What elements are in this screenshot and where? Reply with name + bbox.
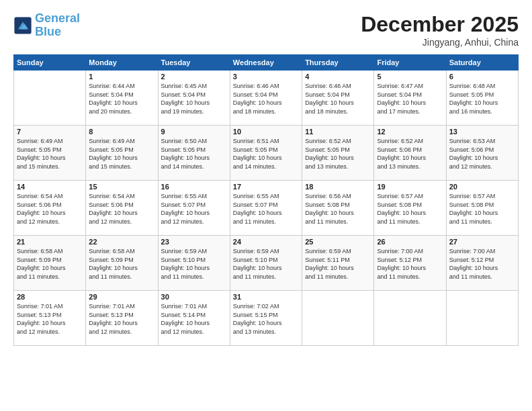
day-info: Sunrise: 6:56 AM Sunset: 5:08 PM Dayligh… — [305, 192, 371, 226]
day-header-tuesday: Tuesday — [158, 55, 230, 71]
day-number: 8 — [89, 128, 154, 136]
day-info: Sunrise: 6:59 AM Sunset: 5:10 PM Dayligh… — [161, 247, 227, 281]
day-cell — [302, 291, 374, 346]
day-info: Sunrise: 6:59 AM Sunset: 5:10 PM Dayligh… — [233, 247, 299, 281]
day-number: 13 — [449, 128, 515, 136]
day-cell: 7Sunrise: 6:49 AM Sunset: 5:05 PM Daylig… — [14, 126, 86, 181]
day-info: Sunrise: 6:55 AM Sunset: 5:07 PM Dayligh… — [161, 192, 227, 226]
day-number: 2 — [161, 73, 227, 81]
day-info: Sunrise: 6:59 AM Sunset: 5:11 PM Dayligh… — [305, 247, 371, 281]
day-cell: 9Sunrise: 6:50 AM Sunset: 5:05 PM Daylig… — [158, 126, 230, 181]
day-cell: 16Sunrise: 6:55 AM Sunset: 5:07 PM Dayli… — [158, 181, 230, 236]
day-cell: 18Sunrise: 6:56 AM Sunset: 5:08 PM Dayli… — [302, 181, 374, 236]
day-cell — [446, 291, 518, 346]
day-cell: 5Sunrise: 6:47 AM Sunset: 5:04 PM Daylig… — [374, 71, 446, 126]
day-number: 16 — [161, 183, 227, 191]
day-number: 23 — [161, 238, 227, 246]
day-cell: 25Sunrise: 6:59 AM Sunset: 5:11 PM Dayli… — [302, 236, 374, 291]
day-info: Sunrise: 6:58 AM Sunset: 5:09 PM Dayligh… — [89, 247, 154, 281]
week-row-1: 1Sunrise: 6:44 AM Sunset: 5:04 PM Daylig… — [14, 71, 519, 126]
day-info: Sunrise: 7:00 AM Sunset: 5:12 PM Dayligh… — [449, 247, 515, 281]
day-number: 21 — [17, 238, 83, 246]
week-row-3: 14Sunrise: 6:54 AM Sunset: 5:06 PM Dayli… — [14, 181, 519, 236]
header: General Blue December 2025 Jingyang, Anh… — [13, 12, 519, 48]
day-info: Sunrise: 6:48 AM Sunset: 5:05 PM Dayligh… — [449, 82, 515, 116]
day-number: 12 — [377, 128, 443, 136]
day-header-wednesday: Wednesday — [230, 55, 302, 71]
day-cell: 23Sunrise: 6:59 AM Sunset: 5:10 PM Dayli… — [158, 236, 230, 291]
day-info: Sunrise: 6:49 AM Sunset: 5:05 PM Dayligh… — [89, 137, 154, 171]
day-info: Sunrise: 6:53 AM Sunset: 5:06 PM Dayligh… — [449, 137, 515, 171]
day-cell: 20Sunrise: 6:57 AM Sunset: 5:08 PM Dayli… — [446, 181, 518, 236]
day-number: 1 — [89, 73, 154, 81]
day-cell: 27Sunrise: 7:00 AM Sunset: 5:12 PM Dayli… — [446, 236, 518, 291]
day-info: Sunrise: 6:57 AM Sunset: 5:08 PM Dayligh… — [449, 192, 515, 226]
day-header-thursday: Thursday — [302, 55, 374, 71]
day-cell: 22Sunrise: 6:58 AM Sunset: 5:09 PM Dayli… — [86, 236, 158, 291]
day-info: Sunrise: 6:54 AM Sunset: 5:06 PM Dayligh… — [89, 192, 154, 226]
day-cell: 1Sunrise: 6:44 AM Sunset: 5:04 PM Daylig… — [86, 71, 158, 126]
location: Jingyang, Anhui, China — [361, 37, 519, 48]
day-cell: 11Sunrise: 6:52 AM Sunset: 5:05 PM Dayli… — [302, 126, 374, 181]
week-row-4: 21Sunrise: 6:58 AM Sunset: 5:09 PM Dayli… — [14, 236, 519, 291]
day-info: Sunrise: 6:58 AM Sunset: 5:09 PM Dayligh… — [17, 247, 83, 281]
day-cell: 6Sunrise: 6:48 AM Sunset: 5:05 PM Daylig… — [446, 71, 518, 126]
day-cell: 12Sunrise: 6:52 AM Sunset: 5:06 PM Dayli… — [374, 126, 446, 181]
calendar: SundayMondayTuesdayWednesdayThursdayFrid… — [13, 54, 519, 346]
day-number: 14 — [17, 183, 83, 191]
day-number: 7 — [17, 128, 83, 136]
day-number: 28 — [17, 293, 83, 301]
month-title: December 2025 — [361, 12, 519, 37]
logo-text: General Blue — [35, 12, 80, 39]
day-cell: 14Sunrise: 6:54 AM Sunset: 5:06 PM Dayli… — [14, 181, 86, 236]
day-number: 5 — [377, 73, 443, 81]
day-number: 18 — [305, 183, 371, 191]
day-info: Sunrise: 6:52 AM Sunset: 5:05 PM Dayligh… — [305, 137, 371, 171]
day-cell: 28Sunrise: 7:01 AM Sunset: 5:13 PM Dayli… — [14, 291, 86, 346]
day-cell — [14, 71, 86, 126]
day-info: Sunrise: 6:50 AM Sunset: 5:05 PM Dayligh… — [161, 137, 227, 171]
day-info: Sunrise: 6:55 AM Sunset: 5:07 PM Dayligh… — [233, 192, 299, 226]
day-info: Sunrise: 7:01 AM Sunset: 5:14 PM Dayligh… — [161, 302, 227, 336]
day-cell: 15Sunrise: 6:54 AM Sunset: 5:06 PM Dayli… — [86, 181, 158, 236]
day-cell: 19Sunrise: 6:57 AM Sunset: 5:08 PM Dayli… — [374, 181, 446, 236]
day-info: Sunrise: 7:01 AM Sunset: 5:13 PM Dayligh… — [17, 302, 83, 336]
day-number: 31 — [233, 293, 299, 301]
day-number: 6 — [449, 73, 515, 81]
day-header-monday: Monday — [86, 55, 158, 71]
day-cell — [374, 291, 446, 346]
day-cell: 31Sunrise: 7:02 AM Sunset: 5:15 PM Dayli… — [230, 291, 302, 346]
day-cell: 17Sunrise: 6:55 AM Sunset: 5:07 PM Dayli… — [230, 181, 302, 236]
day-cell: 10Sunrise: 6:51 AM Sunset: 5:05 PM Dayli… — [230, 126, 302, 181]
day-number: 11 — [305, 128, 371, 136]
day-info: Sunrise: 6:46 AM Sunset: 5:04 PM Dayligh… — [233, 82, 299, 116]
day-cell: 4Sunrise: 6:46 AM Sunset: 5:04 PM Daylig… — [302, 71, 374, 126]
day-cell: 30Sunrise: 7:01 AM Sunset: 5:14 PM Dayli… — [158, 291, 230, 346]
day-cell: 26Sunrise: 7:00 AM Sunset: 5:12 PM Dayli… — [374, 236, 446, 291]
day-number: 19 — [377, 183, 443, 191]
day-info: Sunrise: 6:44 AM Sunset: 5:04 PM Dayligh… — [89, 82, 154, 116]
title-block: December 2025 Jingyang, Anhui, China — [361, 12, 519, 48]
day-cell: 21Sunrise: 6:58 AM Sunset: 5:09 PM Dayli… — [14, 236, 86, 291]
day-number: 26 — [377, 238, 443, 246]
day-cell: 8Sunrise: 6:49 AM Sunset: 5:05 PM Daylig… — [86, 126, 158, 181]
day-cell: 2Sunrise: 6:45 AM Sunset: 5:04 PM Daylig… — [158, 71, 230, 126]
day-header-saturday: Saturday — [446, 55, 518, 71]
logo: General Blue — [13, 12, 80, 39]
day-cell: 3Sunrise: 6:46 AM Sunset: 5:04 PM Daylig… — [230, 71, 302, 126]
day-info: Sunrise: 7:02 AM Sunset: 5:15 PM Dayligh… — [233, 302, 299, 336]
day-number: 20 — [449, 183, 515, 191]
day-number: 25 — [305, 238, 371, 246]
week-row-2: 7Sunrise: 6:49 AM Sunset: 5:05 PM Daylig… — [14, 126, 519, 181]
day-info: Sunrise: 6:57 AM Sunset: 5:08 PM Dayligh… — [377, 192, 443, 226]
day-info: Sunrise: 6:54 AM Sunset: 5:06 PM Dayligh… — [17, 192, 83, 226]
day-info: Sunrise: 6:46 AM Sunset: 5:04 PM Dayligh… — [305, 82, 371, 116]
day-number: 3 — [233, 73, 299, 81]
day-number: 10 — [233, 128, 299, 136]
day-cell: 24Sunrise: 6:59 AM Sunset: 5:10 PM Dayli… — [230, 236, 302, 291]
day-info: Sunrise: 6:51 AM Sunset: 5:05 PM Dayligh… — [233, 137, 299, 171]
day-info: Sunrise: 6:47 AM Sunset: 5:04 PM Dayligh… — [377, 82, 443, 116]
page: General Blue December 2025 Jingyang, Anh… — [0, 0, 532, 411]
day-info: Sunrise: 6:49 AM Sunset: 5:05 PM Dayligh… — [17, 137, 83, 171]
day-header-friday: Friday — [374, 55, 446, 71]
